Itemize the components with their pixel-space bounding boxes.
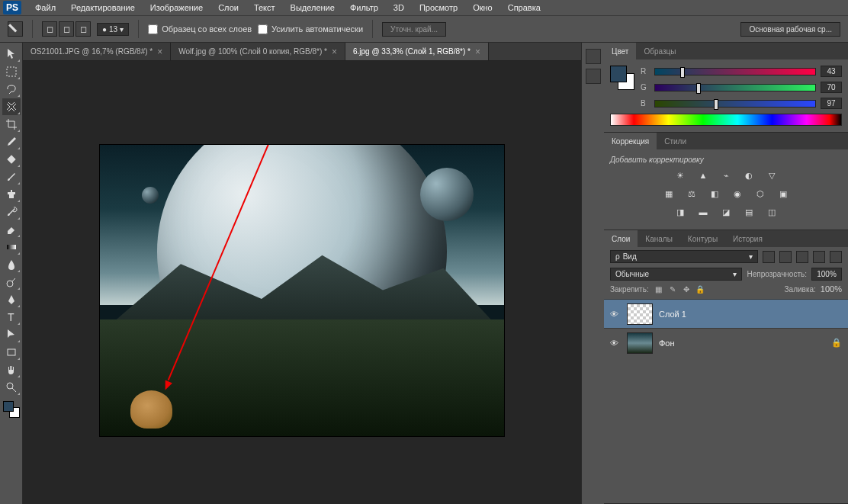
visibility-toggle-icon[interactable]: 👁 (610, 310, 621, 319)
sample-all-layers-checkbox[interactable]: Образец со всех слоев (148, 24, 252, 34)
opacity-value[interactable]: 100% (811, 268, 842, 281)
filter-adjustment-icon[interactable] (779, 251, 792, 263)
filter-pixel-icon[interactable] (763, 251, 775, 263)
slider-value-g[interactable]: 70 (821, 82, 842, 93)
tool-zoom[interactable] (2, 379, 21, 396)
menu-3d[interactable]: 3D (386, 2, 412, 14)
adj-curves-icon[interactable]: ⌁ (718, 169, 734, 182)
menu-view[interactable]: Просмотр (412, 2, 465, 14)
tool-marquee[interactable] (2, 63, 21, 80)
tab-adjustments[interactable]: Коррекция (604, 133, 657, 149)
color-preview[interactable] (610, 66, 634, 90)
fill-value[interactable]: 100% (821, 284, 842, 294)
sample-all-layers-input[interactable] (148, 24, 158, 34)
tool-path-select[interactable] (2, 326, 21, 343)
menu-window[interactable]: Окно (465, 2, 500, 14)
canvas[interactable] (100, 145, 504, 436)
tool-dodge[interactable] (2, 274, 21, 291)
lock-all-icon[interactable]: 🔒 (695, 284, 705, 294)
close-icon[interactable]: × (475, 47, 480, 57)
tool-lasso[interactable] (2, 81, 21, 98)
visibility-toggle-icon[interactable]: 👁 (610, 339, 621, 348)
adj-levels-icon[interactable]: ▲ (695, 169, 711, 182)
color-spectrum[interactable] (610, 114, 842, 126)
layer-thumbnail[interactable] (627, 332, 653, 354)
tool-eyedropper[interactable] (2, 133, 21, 150)
adj-selective-icon[interactable]: ◫ (764, 205, 779, 219)
adj-bw-icon[interactable]: ◧ (707, 187, 722, 201)
content-aware-checkbox[interactable]: Усилить автоматически (258, 24, 363, 34)
menu-filter[interactable]: Фильтр (342, 2, 386, 14)
lock-pixels-icon[interactable]: ✎ (667, 284, 678, 294)
close-icon[interactable]: × (157, 47, 162, 57)
slider-value-r[interactable]: 43 (821, 66, 842, 77)
adj-balance-icon[interactable]: ⚖ (684, 187, 699, 201)
filter-shape-icon[interactable] (813, 251, 825, 263)
layer-item[interactable]: 👁 Слой 1 (604, 299, 848, 328)
tool-rectangle[interactable] (2, 344, 21, 361)
tab-swatches[interactable]: Образцы (636, 43, 683, 59)
document-tab-1[interactable]: Wolf.jpg @ 100% (Слой 0 копия, RGB/8*) *… (171, 43, 345, 60)
layer-name[interactable]: Фон (659, 339, 675, 348)
refine-edge-button[interactable]: Уточн. край... (382, 22, 446, 37)
slider-track-g[interactable] (654, 84, 816, 91)
menu-text[interactable]: Текст (246, 2, 283, 14)
lock-transparency-icon[interactable]: ▦ (654, 284, 664, 294)
menu-image[interactable]: Изображение (143, 2, 210, 14)
tool-hand[interactable] (2, 361, 21, 378)
tool-crop[interactable] (2, 116, 21, 133)
filter-type-icon[interactable] (796, 251, 808, 263)
adj-channel-mixer-icon[interactable]: ⬡ (753, 187, 768, 201)
blend-mode-select[interactable]: Обычные ▾ (610, 268, 742, 281)
adj-hue-icon[interactable]: ▦ (661, 187, 676, 201)
adj-photo-filter-icon[interactable]: ◉ (730, 187, 745, 201)
menu-help[interactable]: Справка (500, 2, 548, 14)
adj-vibrance-icon[interactable]: ▽ (764, 169, 779, 182)
menu-edit[interactable]: Редактирование (63, 2, 143, 14)
tool-clone[interactable] (2, 186, 21, 203)
slider-track-r[interactable] (654, 68, 816, 75)
adj-brightness-icon[interactable]: ☀ (673, 169, 688, 182)
adj-lookup-icon[interactable]: ▣ (776, 187, 791, 201)
tab-history[interactable]: История (725, 230, 770, 247)
collapsed-panel-icon[interactable] (586, 49, 601, 64)
tool-type[interactable]: T (2, 309, 21, 326)
selection-new-icon[interactable]: ◻ (42, 21, 57, 37)
layer-filter-dropdown[interactable]: ρ Вид ▾ (610, 250, 758, 263)
content-aware-input[interactable] (258, 24, 268, 34)
workspace-switcher[interactable]: Основная рабочая ср... (740, 22, 840, 37)
tab-color[interactable]: Цвет (604, 43, 636, 59)
color-swatch[interactable] (3, 401, 20, 418)
selection-add-icon[interactable]: ◻ (59, 21, 74, 37)
layer-item[interactable]: 👁 Фон 🔒 (604, 328, 848, 357)
foreground-color[interactable] (3, 401, 14, 412)
menu-layers[interactable]: Слои (210, 2, 246, 14)
layer-name[interactable]: Слой 1 (659, 310, 686, 319)
tab-channels[interactable]: Каналы (638, 230, 680, 247)
slider-value-b[interactable]: 97 (821, 98, 842, 109)
tool-gradient[interactable] (2, 239, 21, 255)
filter-smart-icon[interactable] (830, 251, 842, 263)
lock-position-icon[interactable]: ✥ (681, 284, 692, 294)
canvas-viewport[interactable] (23, 61, 581, 504)
tool-preset-picker[interactable] (8, 21, 23, 37)
close-icon[interactable]: × (332, 47, 337, 57)
slider-track-b[interactable] (654, 100, 816, 108)
adj-invert-icon[interactable]: ◨ (673, 205, 688, 219)
selection-subtract-icon[interactable]: ◻ (75, 21, 91, 37)
brush-size-picker[interactable]: ● 13 ▾ (97, 23, 129, 36)
foreground-color[interactable] (610, 66, 627, 82)
tool-brush[interactable] (2, 169, 21, 185)
menu-file[interactable]: Файл (27, 2, 63, 14)
document-tab-0[interactable]: OS21001.JPG @ 16,7% (RGB/8#) * × (23, 43, 171, 60)
layer-thumbnail[interactable] (627, 303, 653, 325)
tab-paths[interactable]: Контуры (680, 230, 725, 247)
adj-threshold-icon[interactable]: ◪ (718, 205, 734, 219)
tool-quick-select[interactable] (2, 98, 21, 115)
tool-move[interactable] (2, 46, 21, 63)
tool-spot-heal[interactable] (2, 151, 21, 168)
collapsed-panel-icon[interactable] (586, 69, 601, 84)
adj-posterize-icon[interactable]: ▬ (695, 205, 711, 219)
document-tab-2[interactable]: 6.jpg @ 33,3% (Слой 1, RGB/8*) * × (345, 43, 489, 60)
tool-blur[interactable] (2, 256, 21, 273)
